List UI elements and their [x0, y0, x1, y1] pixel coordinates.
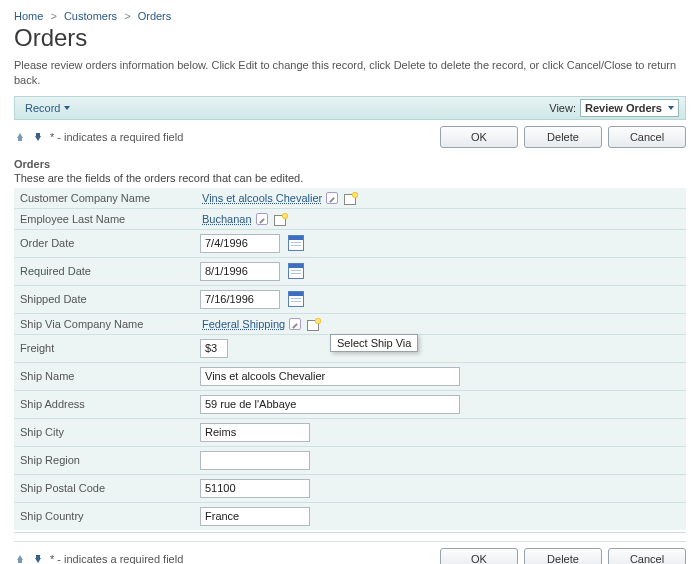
label-ship-country: Ship Country [14, 502, 194, 530]
page-blurb: Please review orders information below. … [14, 58, 686, 88]
label-ship-region: Ship Region [14, 446, 194, 474]
scroll-up-icon[interactable] [14, 553, 26, 564]
actionbar-top: * - indicates a required field OK Delete… [14, 120, 686, 154]
label-ship-city: Ship City [14, 418, 194, 446]
order-date-input[interactable] [200, 234, 280, 253]
ship-region-input[interactable] [200, 451, 310, 470]
view-select-value: Review Orders [585, 102, 662, 114]
freight-input[interactable] [200, 339, 228, 358]
cancel-button[interactable]: Cancel [608, 126, 686, 148]
delete-button[interactable]: Delete [524, 548, 602, 564]
view-label: View: [549, 102, 576, 114]
view-select[interactable]: Review Orders [580, 99, 679, 117]
employee-link[interactable]: Buchanan [200, 213, 270, 225]
delete-button[interactable]: Delete [524, 126, 602, 148]
label-customer: Customer Company Name [14, 188, 194, 209]
new-record-icon[interactable] [274, 213, 288, 225]
dropdown-arrow-icon [64, 106, 70, 110]
scroll-down-icon[interactable] [32, 553, 44, 564]
cancel-button[interactable]: Cancel [608, 548, 686, 564]
toolbar: Record View: Review Orders [14, 96, 686, 120]
scroll-down-icon[interactable] [32, 131, 44, 143]
edit-icon [289, 318, 301, 330]
ship-country-input[interactable] [200, 507, 310, 526]
ship-address-input[interactable] [200, 395, 460, 414]
breadcrumb: Home > Customers > Orders [14, 10, 686, 22]
label-shipped-date: Shipped Date [14, 285, 194, 313]
calendar-icon[interactable] [288, 235, 304, 251]
scroll-up-icon[interactable] [14, 131, 26, 143]
calendar-icon[interactable] [288, 291, 304, 307]
label-ship-via: Ship Via Company Name [14, 313, 194, 334]
ship-via-value: Federal Shipping [202, 318, 285, 330]
edit-icon [326, 192, 338, 204]
ship-city-input[interactable] [200, 423, 310, 442]
label-ship-address: Ship Address [14, 390, 194, 418]
required-date-input[interactable] [200, 262, 280, 281]
new-record-icon[interactable] [344, 192, 358, 204]
edit-icon [256, 213, 268, 225]
employee-value: Buchanan [202, 213, 252, 225]
actionbar-bottom: * - indicates a required field OK Delete… [14, 541, 686, 564]
ok-button[interactable]: OK [440, 548, 518, 564]
customer-value: Vins et alcools Chevalier [202, 192, 322, 204]
shipped-date-input[interactable] [200, 290, 280, 309]
dropdown-arrow-icon [668, 106, 674, 110]
calendar-icon[interactable] [288, 263, 304, 279]
breadcrumb-sep: > [50, 10, 56, 22]
record-menu-label: Record [25, 102, 60, 114]
label-freight: Freight [14, 334, 194, 362]
breadcrumb-customers[interactable]: Customers [64, 10, 117, 22]
orders-section: Orders These are the fields of the order… [14, 156, 686, 533]
required-hint: * - indicates a required field [50, 131, 183, 143]
orders-form: Customer Company Name Vins et alcools Ch… [14, 188, 686, 530]
customer-link[interactable]: Vins et alcools Chevalier [200, 192, 340, 204]
breadcrumb-sep: > [124, 10, 130, 22]
label-order-date: Order Date [14, 229, 194, 257]
breadcrumb-home[interactable]: Home [14, 10, 43, 22]
breadcrumb-orders[interactable]: Orders [138, 10, 172, 22]
ship-name-input[interactable] [200, 367, 460, 386]
label-required-date: Required Date [14, 257, 194, 285]
label-ship-name: Ship Name [14, 362, 194, 390]
record-menu[interactable]: Record [21, 100, 74, 116]
label-employee: Employee Last Name [14, 208, 194, 229]
page-title: Orders [14, 24, 686, 52]
new-record-icon[interactable] [307, 318, 321, 330]
section-subtitle: These are the fields of the orders recor… [14, 172, 686, 184]
ship-via-tooltip: Select Ship Via [330, 334, 418, 352]
section-title: Orders [14, 156, 686, 172]
label-ship-postal: Ship Postal Code [14, 474, 194, 502]
ship-postal-input[interactable] [200, 479, 310, 498]
ok-button[interactable]: OK [440, 126, 518, 148]
ship-via-link[interactable]: Federal Shipping [200, 318, 303, 330]
required-hint: * - indicates a required field [50, 553, 183, 564]
